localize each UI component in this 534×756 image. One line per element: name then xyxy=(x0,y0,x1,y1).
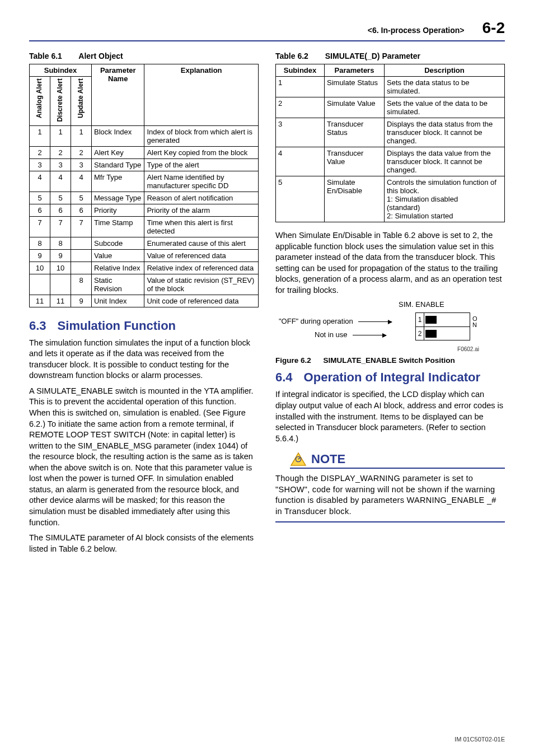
table-cell: Priority xyxy=(92,204,144,216)
figure-6-2-title: SIMULATE_ENABLE Switch Position xyxy=(324,356,455,365)
dip-switch-2 xyxy=(425,330,437,338)
t61-head-expl: Explanation xyxy=(144,64,259,126)
table-cell: Sets the value of the data to be simulat… xyxy=(385,97,505,118)
table-cell: 5 xyxy=(30,192,50,204)
table-cell: 4 xyxy=(30,171,50,192)
table-cell: 8 xyxy=(30,237,50,249)
right-para: When Simulate En/Disable in Table 6.2 ab… xyxy=(275,230,505,296)
table-row: 99ValueValue of referenced data xyxy=(30,249,259,262)
table-cell: Standard Type xyxy=(92,158,144,171)
t61-head-param: Parameter Name xyxy=(92,64,144,126)
table-row: 1Simulate StatusSets the data status to … xyxy=(276,77,505,97)
table-cell: 8 xyxy=(71,274,92,295)
table-row: 11119Unit IndexUnit code of referenced d… xyxy=(30,295,259,307)
table-cell: Index of block from which alert is gener… xyxy=(144,125,259,146)
table-cell: 2 xyxy=(71,146,92,158)
table-row: 3Transducer StatusDisplays the data stat… xyxy=(276,118,505,147)
note-heading: NOTE xyxy=(290,452,505,469)
table-cell: Alert Key copied from the block xyxy=(144,146,259,158)
t61-head-analog: Analog Alert xyxy=(36,78,43,118)
table-row: 666PriorityPriority of the alarm xyxy=(30,204,259,216)
fig-sim-enable-label: SIM. ENABLE xyxy=(399,300,444,309)
dip-switch-1 xyxy=(425,316,437,324)
table-cell: Transducer Value xyxy=(325,147,385,176)
fig-notin-text: Not in use xyxy=(315,330,348,339)
table-cell: Reason of alert notification xyxy=(144,192,259,204)
arrow-icon xyxy=(353,335,386,335)
table-cell xyxy=(71,237,92,249)
table-row: 222Alert KeyAlert Key copied from the bl… xyxy=(30,146,259,158)
table-6-2-number: Table 6.2 xyxy=(275,52,308,60)
table-6-2: Subindex Parameters Description 1Simulat… xyxy=(275,64,505,222)
table-cell: 1 xyxy=(30,125,50,146)
table-cell: 4 xyxy=(50,171,71,192)
table-cell: 8 xyxy=(50,237,71,249)
right-column: Table 6.2 SIMULATE(_D) Parameter Subinde… xyxy=(275,49,505,559)
table-cell: Value of static revision (ST_REV) of the… xyxy=(144,274,259,295)
table-cell: Static Revision xyxy=(92,274,144,295)
t61-head-discrete: Discrete Alert xyxy=(57,78,64,122)
table-cell: 11 xyxy=(30,295,50,307)
sec63-para2: A SIMULATE_ENABLE switch is mounted in t… xyxy=(29,386,259,528)
dip-row-1-num: 1 xyxy=(416,313,424,326)
fig-off-text: "OFF" during operation xyxy=(279,317,353,325)
table-cell: 5 xyxy=(50,192,71,204)
table-cell: 7 xyxy=(71,216,92,237)
table-cell: 6 xyxy=(30,204,50,216)
table-cell: Value xyxy=(92,249,144,262)
table-cell: 7 xyxy=(30,216,50,237)
table-cell: 5 xyxy=(276,176,325,222)
dip-row-2: 2 xyxy=(416,327,470,340)
t62-head-desc: Description xyxy=(385,64,505,77)
table-cell: 1 xyxy=(50,125,71,146)
table-cell: 2 xyxy=(50,146,71,158)
table-row: 777Time StampTime when this alert is fir… xyxy=(30,216,259,237)
note-label: NOTE xyxy=(311,452,345,466)
sec64-para1: If integral indicator is specified, the … xyxy=(275,389,505,444)
t62-head-params: Parameters xyxy=(325,64,385,77)
table-cell: Value of referenced data xyxy=(144,249,259,262)
table-cell: 7 xyxy=(50,216,71,237)
figure-ref: F0602.ai xyxy=(457,346,479,352)
table-row: 444Mfr TypeAlert Name identified by manu… xyxy=(30,171,259,192)
table-cell: 6 xyxy=(71,204,92,216)
fig-off-label: "OFF" during operation xyxy=(279,317,392,325)
dip-on-label: O N xyxy=(472,316,477,328)
table-cell: Simulate En/Disable xyxy=(325,176,385,222)
table-cell: 3 xyxy=(276,118,325,147)
table-cell: Subcode xyxy=(92,237,144,249)
table-cell: Block Index xyxy=(92,125,144,146)
table-row: 8Static RevisionValue of static revision… xyxy=(30,274,259,295)
table-cell: Displays the data value from the transdu… xyxy=(385,147,505,176)
table-cell: Simulate Status xyxy=(325,77,385,97)
table-cell: 9 xyxy=(50,249,71,262)
figure-6-2-num: Figure 6.2 xyxy=(275,356,311,365)
sec63-para3: The SIMULATE parameter of AI block consi… xyxy=(29,533,259,554)
table-cell: 3 xyxy=(50,158,71,171)
table-cell: Time when this alert is first detected xyxy=(144,216,259,237)
table-cell: Message Type xyxy=(92,192,144,204)
table-cell: 11 xyxy=(50,295,71,307)
table-cell xyxy=(30,274,50,295)
table-6-2-caption: Table 6.2 SIMULATE(_D) Parameter xyxy=(275,52,505,60)
table-cell: 10 xyxy=(50,262,71,274)
page-header: <6. In-process Operation> 6-2 xyxy=(29,19,505,41)
table-6-1-caption: Table 6.1 Alert Object xyxy=(29,52,259,60)
table-row: 5Simulate En/DisableControls the simulat… xyxy=(276,176,505,222)
table-cell: 2 xyxy=(276,97,325,118)
table-cell: Unit Index xyxy=(92,295,144,307)
left-column: Table 6.1 Alert Object Subindex Paramete… xyxy=(29,49,259,559)
table-row: 88SubcodeEnumerated cause of this alert xyxy=(30,237,259,249)
table-cell: 1 xyxy=(71,125,92,146)
table-row: 4Transducer ValueDisplays the data value… xyxy=(276,147,505,176)
table-cell xyxy=(50,274,71,295)
t61-head-subindex: Subindex xyxy=(30,64,92,77)
heading-6-3-title: Simulation Function xyxy=(58,319,176,333)
heading-6-4-num: 6.4 xyxy=(275,370,293,384)
note-body: Though the DISPLAY_WARNING parameter is … xyxy=(275,470,505,522)
arrow-icon xyxy=(358,321,392,322)
t61-head-update: Update Alert xyxy=(77,78,85,118)
table-cell: 5 xyxy=(71,192,92,204)
header-page-number: 6-2 xyxy=(483,19,505,37)
table-cell: 9 xyxy=(30,249,50,262)
